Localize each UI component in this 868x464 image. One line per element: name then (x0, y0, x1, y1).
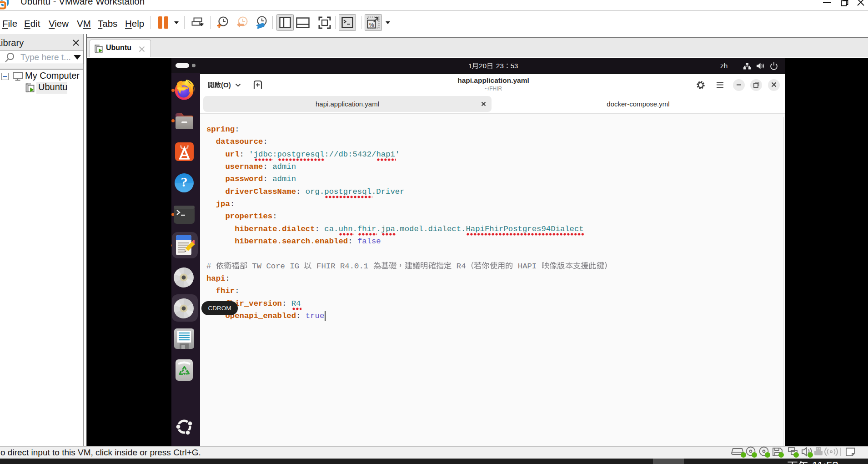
svg-text:%: % (369, 22, 374, 28)
svg-text:?: ? (181, 174, 188, 189)
